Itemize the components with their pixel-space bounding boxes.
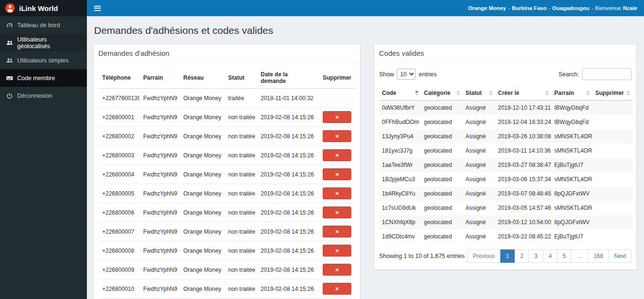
delete-request-button[interactable]: × — [323, 226, 351, 237]
page-button[interactable]: 3 — [528, 249, 543, 263]
page-button[interactable]: Previous — [467, 249, 501, 263]
search-input[interactable] — [582, 68, 632, 80]
cell-date: 2019-02-08 14:15:26 — [257, 146, 318, 165]
page-button[interactable]: 4 — [543, 249, 558, 263]
code-row: 1CNXhfqX6p geolocated Assigné 2019-03-12… — [379, 215, 633, 229]
cell-statut: Assigné — [463, 101, 495, 115]
delete-request-button[interactable]: × — [323, 283, 351, 295]
cell-categorie: geolocated — [421, 215, 463, 229]
delete-request-button[interactable]: × — [323, 206, 351, 218]
show-label: Show — [379, 71, 394, 78]
col-statut[interactable]: Statut — [463, 86, 495, 101]
sidebar-item-code-membre[interactable]: Code membre — [0, 69, 87, 87]
sidebar-item-label: Utilisateurs géolocalisés — [17, 36, 81, 50]
col-parrain: Parrain — [139, 67, 179, 89]
page-button[interactable]: 2 — [515, 249, 529, 263]
delete-request-button[interactable]: × — [323, 111, 351, 123]
page-button[interactable]: 1 — [500, 249, 515, 263]
delete-request-button[interactable]: × — [323, 264, 351, 276]
x-icon: × — [335, 190, 339, 197]
x-icon: × — [335, 113, 339, 121]
cell-parrain: FwdhzYphN9 — [139, 222, 179, 241]
cell-statut: non traitée — [224, 260, 257, 279]
page-button[interactable]: … — [571, 249, 588, 263]
sidebar-item-deconnexion[interactable]: Déconnexion — [0, 87, 87, 104]
sort-icon — [489, 91, 493, 95]
x-icon: × — [335, 133, 339, 140]
adhesion-row: +226800009 FwdhzYphN9 Orange Money non t… — [98, 260, 356, 279]
cell-creer-le: 2019-03-26 10:38:08 — [495, 129, 551, 144]
search-label: Search: — [559, 71, 579, 78]
cell-date: 2019-02-08 14:15:26 — [257, 279, 318, 299]
separator: - — [508, 5, 510, 11]
code-row: 13Jyny3Pu4 geolocated Assigné 2019-03-26… — [379, 129, 633, 144]
cell-date: 2019-02-08 14:15:26 — [257, 203, 318, 222]
col-categorie[interactable]: Catégorie — [421, 86, 463, 101]
page-button[interactable]: 5 — [557, 249, 572, 263]
col-code[interactable]: Code — [379, 86, 421, 101]
delete-request-button[interactable]: × — [323, 168, 351, 180]
cell-supprimer — [592, 215, 633, 229]
org-name: Orange Money — [468, 5, 506, 11]
brand-title: iLink World — [19, 4, 58, 12]
cell-supprimer: × — [318, 241, 356, 260]
cell-supprimer: × — [318, 108, 356, 127]
cell-statut: Assigné — [463, 129, 495, 144]
page-button[interactable]: 168 — [588, 249, 609, 263]
cell-date: 2019-02-08 14:15:26 — [257, 241, 318, 260]
cell-reseau: Orange Money — [179, 222, 224, 241]
cell-parrain: EjBuTjgtU7 — [551, 158, 592, 172]
sidebar-item-utilisateurs-geolocalises[interactable]: Utilisateurs géolocalisés — [0, 34, 87, 52]
code-row: 0FFhBudOOm geolocated Assigné 2018-12-04… — [379, 115, 633, 129]
cell-code: 1B2pjeMCu3 — [379, 172, 421, 186]
cell-parrain: FwdhzYphN9 — [139, 279, 179, 299]
cell-date: 2019-02-08 14:15:26 — [257, 260, 318, 279]
cell-statut: non traitée — [224, 222, 257, 241]
sort-icon — [626, 91, 630, 95]
cell-statut: non traitée — [224, 165, 257, 184]
cell-date: 2019-02-08 14:15:26 — [257, 108, 318, 127]
cell-parrain: IBWqyGbqFd — [551, 101, 592, 115]
cell-reseau: Orange Money — [179, 146, 224, 165]
page-length-control: Show 10 entries — [379, 69, 437, 80]
adhesion-row: +226800007 FwdhzYphN9 Orange Money non t… — [98, 222, 356, 241]
pagination: Previous 1 2 3 4 5 … — [467, 249, 632, 263]
cell-supprimer — [592, 229, 633, 244]
page-length-select[interactable]: 10 — [397, 69, 416, 80]
main-content: Demandes d'adhésions et codes valides De… — [87, 16, 644, 299]
cell-statut: Assigné — [463, 172, 495, 186]
cell-categorie: geolocated — [421, 201, 463, 215]
cell-supprimer: × — [318, 146, 356, 165]
page-button[interactable]: Next — [608, 249, 632, 263]
brand-link[interactable]: iLink World — [0, 0, 87, 16]
cell-categorie: geolocated — [421, 144, 463, 158]
sidebar-item-utilisateurs-simples[interactable]: Utilisateurs simples — [0, 52, 87, 69]
codes-panel-title: Codes valides — [374, 44, 636, 62]
cell-parrain: FwdhzYphN9 — [139, 89, 179, 108]
delete-request-button[interactable]: × — [323, 149, 351, 161]
col-supprimer[interactable]: Supprimer — [592, 86, 633, 101]
sidebar-toggle-button[interactable] — [87, 0, 108, 16]
cell-statut: non traitée — [224, 108, 257, 127]
cell-statut: Assigné — [463, 158, 495, 172]
col-creer-le[interactable]: Créer le — [495, 86, 551, 101]
col-date: Date de la demande — [257, 67, 318, 89]
cell-date: 2018-11-01 14:00:32 — [257, 89, 318, 108]
col-parrain[interactable]: Parrain — [551, 86, 592, 101]
sidebar-item-tableau-de-bord[interactable]: Tableau de bord — [0, 16, 87, 34]
cell-categorie: geolocated — [421, 115, 463, 129]
cell-parrain: 8pQJGFxtWV — [551, 186, 592, 201]
x-icon: × — [335, 209, 339, 216]
cell-reseau: Orange Money — [179, 127, 224, 146]
cell-parrain: 8pQJGFxtWV — [551, 215, 592, 229]
delete-request-button[interactable]: × — [323, 130, 351, 142]
delete-request-button[interactable]: × — [323, 187, 351, 199]
cell-statut: Assigné — [463, 201, 495, 215]
users-geo-icon — [6, 40, 13, 46]
cell-supprimer — [592, 129, 633, 144]
delete-request-button[interactable]: × — [323, 245, 351, 257]
cell-supprimer: × — [318, 222, 356, 241]
col-reseau: Réseau — [179, 67, 224, 89]
cell-reseau: Orange Money — [179, 241, 224, 260]
cell-supprimer — [592, 186, 633, 201]
